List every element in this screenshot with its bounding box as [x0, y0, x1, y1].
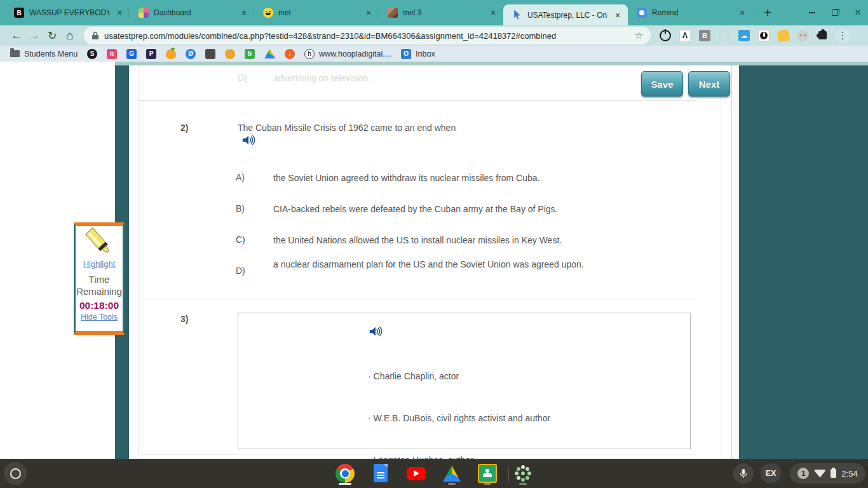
- chrome-app-icon[interactable]: [336, 464, 355, 483]
- minimize-icon[interactable]: [806, 6, 818, 19]
- launcher-icon[interactable]: [4, 462, 27, 485]
- address-bar[interactable]: usatestprep.com/modules/combined/ca.php?…: [84, 27, 651, 44]
- back-icon[interactable]: ←: [8, 29, 25, 42]
- tab-title: mel 3: [403, 8, 483, 17]
- badger-extension-icon[interactable]: [758, 30, 770, 41]
- ime-button[interactable]: EX: [761, 463, 781, 484]
- hide-tools-link[interactable]: Hide Tools: [81, 313, 118, 322]
- forward-icon[interactable]: →: [25, 29, 43, 42]
- mic-icon: [739, 468, 748, 479]
- bookmark-inbox[interactable]: O Inbox: [401, 49, 435, 59]
- bookmark-p-icon[interactable]: P: [146, 49, 156, 59]
- option-text[interactable]: CIA-backed rebels were defeated by the C…: [273, 203, 604, 215]
- list-item: · Charlie Chaplin, actor: [368, 369, 578, 383]
- option-text[interactable]: the United Nations allowed the US to ins…: [273, 234, 604, 247]
- browser-menu-icon[interactable]: ⋮: [835, 28, 850, 43]
- bookmark-students-menu[interactable]: Students Menu: [10, 50, 78, 58]
- option-text[interactable]: a nuclear disarmament plan for the US an…: [273, 259, 585, 271]
- test-tools-widget: Highlight Time Remaining 00:18:00 Hide T…: [74, 222, 125, 335]
- list-item: · W.E.B. DuBois, civil rights activist a…: [368, 411, 578, 425]
- tab-wassup[interactable]: B WASSUP EVERYBODY&g ×: [5, 0, 130, 25]
- question3-stimulus-box: · Charlie Chaplin, actor · W.E.B. DuBois…: [238, 313, 691, 449]
- bookmark-mango-icon[interactable]: [166, 49, 176, 59]
- cursor-favicon-icon: [512, 10, 522, 20]
- tab-separator: [128, 8, 129, 18]
- youtube-app-icon[interactable]: [407, 467, 426, 480]
- tab-close-icon[interactable]: ×: [114, 8, 125, 18]
- tab-title: Dashboard: [154, 8, 234, 17]
- robot-extension-icon[interactable]: [797, 30, 809, 41]
- close-icon[interactable]: ×: [851, 6, 864, 19]
- bookmark-b-icon[interactable]: b: [245, 49, 255, 59]
- microphone-button[interactable]: [733, 463, 754, 484]
- tab-close-icon[interactable]: ×: [737, 8, 747, 18]
- b-extension-icon[interactable]: B: [699, 30, 710, 41]
- hand-extension-icon[interactable]: [777, 29, 790, 42]
- wifi-icon: [814, 470, 825, 478]
- tab-mel3[interactable]: mel 3 ×: [379, 0, 503, 25]
- home-icon[interactable]: ⌂: [61, 29, 79, 43]
- outlook-icon: O: [401, 49, 411, 59]
- tab-close-icon[interactable]: ×: [613, 10, 623, 20]
- tab-close-icon[interactable]: ×: [363, 8, 374, 18]
- cloud-extension-icon[interactable]: ☁: [738, 30, 750, 41]
- screen: B WASSUP EVERYBODY&g × Dashboard × mel ×…: [0, 0, 868, 488]
- question2-number: 2): [180, 123, 188, 133]
- notification-badge: 1: [797, 468, 809, 479]
- bookmark-n-icon[interactable]: n: [107, 49, 117, 59]
- speaker-icon[interactable]: [242, 135, 255, 146]
- time-remaining-label: Time Remaining: [76, 273, 122, 297]
- bookmarks-bar: Students Menu S n G P Ø b ♪ h www.hoopla…: [0, 46, 868, 62]
- option-text[interactable]: the Soviet Union agreed to withdraw its …: [273, 172, 604, 184]
- option-label[interactable]: D): [236, 266, 245, 276]
- window-controls: ×: [806, 0, 864, 25]
- bandlab-favicon-icon: B: [14, 8, 24, 18]
- power-extension-icon[interactable]: [660, 30, 671, 41]
- tab-dashboard[interactable]: Dashboard ×: [130, 0, 254, 25]
- reload-icon[interactable]: ↻: [43, 29, 61, 43]
- docs-app-icon[interactable]: [374, 464, 388, 482]
- browser-toolbar: ← → ↻ ⌂ usatestprep.com/modules/combined…: [0, 25, 868, 46]
- bookmark-orange-dot-icon[interactable]: [225, 49, 235, 59]
- restore-icon[interactable]: [829, 6, 841, 19]
- option-label[interactable]: C): [236, 234, 245, 245]
- loading-extension-icon[interactable]: [719, 30, 730, 41]
- next-button[interactable]: Next: [688, 71, 730, 97]
- url-text[interactable]: usatestprep.com/modules/combined/ca.php?…: [104, 31, 630, 41]
- page-background-right: [739, 65, 868, 459]
- highlight-link[interactable]: Highlight: [83, 259, 116, 269]
- bookmark-folder-icon[interactable]: [205, 49, 215, 59]
- new-tab-icon[interactable]: +: [760, 5, 775, 20]
- bookmark-star-icon[interactable]: ☆: [635, 30, 643, 41]
- bookmark-drive-icon[interactable]: [264, 49, 275, 58]
- scrollbar[interactable]: [731, 65, 739, 459]
- bookmark-hoopla[interactable]: h www.hoopladigital....: [304, 49, 391, 59]
- save-button[interactable]: Save: [641, 71, 683, 97]
- highlighter-icon[interactable]: [83, 226, 116, 259]
- puzzle-extensions-icon[interactable]: [818, 31, 827, 39]
- annotate-extension-icon[interactable]: Λ: [679, 30, 691, 41]
- bookmark-o-icon[interactable]: Ø: [186, 49, 196, 59]
- drive-app-icon[interactable]: [443, 466, 461, 482]
- option-label: D): [238, 72, 247, 83]
- status-tray[interactable]: 1 2:54: [790, 463, 865, 484]
- option-label[interactable]: A): [236, 172, 245, 182]
- speaker-icon[interactable]: [369, 326, 382, 337]
- loading-app-icon[interactable]: [521, 471, 525, 475]
- bookmark-steam-icon[interactable]: S: [87, 49, 97, 59]
- option-text[interactable]: advertising on television.: [273, 72, 604, 85]
- clock: 2:54: [841, 469, 857, 478]
- option-label[interactable]: B): [236, 203, 245, 214]
- tab-remind[interactable]: Remind ×: [628, 0, 752, 25]
- tab-usatestprep-active[interactable]: USATestprep, LLC - Onlin ×: [503, 4, 628, 25]
- chrome-active-indicator: [339, 483, 351, 485]
- tab-mel[interactable]: mel ×: [254, 0, 379, 25]
- battery-icon: [831, 469, 836, 478]
- bookmark-g-icon[interactable]: G: [126, 49, 137, 59]
- classroom-app-icon[interactable]: [478, 464, 497, 483]
- tab-strip: B WASSUP EVERYBODY&g × Dashboard × mel ×…: [0, 0, 868, 25]
- bookmark-music-icon[interactable]: ♪: [285, 49, 295, 59]
- question-divider: [139, 299, 696, 299]
- tab-close-icon[interactable]: ×: [488, 8, 498, 18]
- tab-close-icon[interactable]: ×: [239, 8, 249, 18]
